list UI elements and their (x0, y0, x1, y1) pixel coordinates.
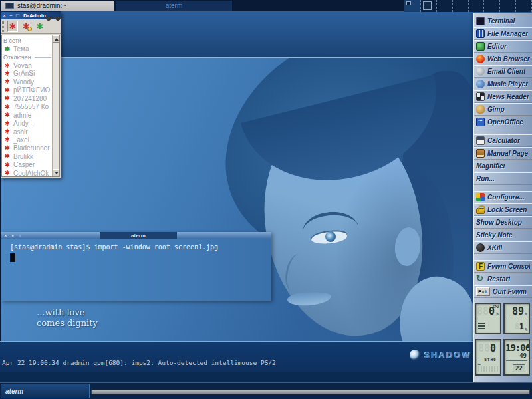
contact-item[interactable]: ashir (3, 128, 51, 136)
tab-label: aterm (166, 2, 183, 9)
desktop-pager[interactable] (404, 0, 532, 12)
contact-item[interactable]: Vovan (3, 61, 51, 69)
pager-cell[interactable] (500, 0, 516, 12)
scroll-down-icon[interactable] (53, 169, 60, 176)
contact-list-body: В сети Тема Отключен Vovan GrAnSi Woody … (1, 35, 60, 177)
close-icon[interactable]: × (3, 233, 8, 239)
contact-item[interactable]: Woody (3, 78, 51, 86)
sidebar-item-terminal[interactable]: Terminal (474, 15, 532, 27)
network-value: 0 (490, 342, 496, 354)
status-offline-icon[interactable] (7, 21, 18, 32)
contact-offline-icon (3, 153, 11, 160)
sidebar-item-openoffice[interactable]: OpenOffice (474, 116, 532, 128)
system-monitors: 888 0 % CPU 89 % 88 1 % 888 0 ETH0 19:06… (475, 303, 531, 376)
terminal-cursor (10, 253, 15, 262)
clock-day: 22 (513, 364, 525, 372)
wallpaper-upper-band (0, 11, 532, 57)
close-icon[interactable]: × (2, 13, 7, 19)
sidebar-item-magnifier[interactable]: Magnifier (474, 160, 532, 172)
scroll-up-icon[interactable] (53, 35, 60, 43)
sidebar-item-xkill[interactable]: XKill (474, 241, 532, 254)
desktop: ...with love comes dignity SHADOW Apr 22… (0, 0, 532, 399)
sidebar-item-file-manager[interactable]: File Manager (474, 27, 532, 40)
contact-item[interactable]: Brulikk (3, 152, 51, 160)
sidebar-item-calculator[interactable]: Calculator (474, 134, 532, 147)
contact-item[interactable]: 207241280 (3, 94, 51, 102)
sidebar-item-editor[interactable]: Editor (474, 40, 532, 53)
maximize-icon[interactable]: ▫ (18, 233, 23, 239)
sidebar-item-restart[interactable]: Restart (474, 273, 532, 285)
terminal-titlebar[interactable]: × ▪ ▫ aterm (1, 232, 271, 239)
status-message-icon[interactable] (21, 21, 31, 32)
contact-item[interactable]: Andy-- (3, 119, 51, 127)
toolbar-grip[interactable] (2, 21, 4, 32)
sidebar-item-quit-fvwm[interactable]: ExitQuit Fvwm (474, 285, 532, 298)
contact-item[interactable]: 7555557 Ко (3, 103, 51, 111)
sidebar-item-show-desktop[interactable]: Show Desktop (474, 216, 532, 229)
sidebar-item-lock-screen[interactable]: Lock Screen (474, 203, 532, 216)
exit-badge: Exit (476, 287, 490, 296)
pager-cell[interactable] (484, 0, 500, 12)
sidebar-item-fvwm-console[interactable]: Fvwm Console (474, 260, 532, 273)
memory-used-value: 89 (512, 305, 524, 317)
bottom-taskbar: aterm (0, 382, 532, 399)
clock-monitor: 19:06 49 22 (503, 339, 530, 376)
tab-aterm[interactable]: aterm (116, 1, 232, 11)
contact-list: В сети Тема Отключен Vovan GrAnSi Woody … (3, 37, 51, 175)
contact-online-icon (3, 46, 11, 53)
contact-item[interactable]: Casper (3, 161, 51, 169)
sidebar-item-web-browser[interactable]: Web Browser (474, 53, 532, 65)
terminal-body[interactable]: [stas@dradmin stas]$ import -window root… (1, 239, 271, 301)
shadow-logo-text: SHADOW (424, 350, 471, 360)
contact-item[interactable]: _axel (3, 136, 51, 144)
contact-list-toolbar (1, 19, 61, 34)
email-icon (476, 67, 485, 76)
configure-icon (476, 193, 485, 201)
manual-page-icon (476, 149, 485, 158)
pager-cell-current[interactable] (405, 0, 421, 12)
sidebar-item-gimp[interactable]: Gimp (474, 103, 532, 116)
contact-item[interactable]: admie (3, 111, 51, 119)
tab-stas-dradmin[interactable]: stas@dradmin:~ (1, 1, 114, 11)
terminal-command-line: [stas@dradmin stas]$ import -window root… (10, 243, 271, 251)
sidebar-item-email-client[interactable]: Email Client (474, 65, 532, 78)
minimize-icon[interactable]: − (9, 13, 13, 19)
contact-item[interactable]: Тема (3, 45, 51, 53)
contact-item[interactable]: рЙТПФЕИО (3, 86, 51, 94)
minimize-icon[interactable]: ▪ (11, 233, 15, 239)
cpu-monitor: 888 0 % CPU (475, 303, 501, 334)
contact-item[interactable]: Bladerunner (3, 144, 51, 152)
sidebar-item-sticky-note[interactable]: Sticky Note (474, 229, 532, 241)
contact-offline-icon (3, 112, 11, 118)
pager-cell[interactable] (469, 0, 485, 12)
contact-item[interactable]: GrAnSi (3, 70, 51, 78)
maximize-icon[interactable]: □ (15, 13, 20, 19)
menu-chevron-icon[interactable] (48, 21, 59, 32)
taskbar-item-aterm[interactable]: aterm (1, 384, 90, 398)
section-online: В сети (3, 37, 51, 45)
clock-seconds: 49 (519, 352, 527, 359)
calculator-icon (476, 136, 485, 145)
sidebar-item-music-player[interactable]: Music Player (474, 78, 532, 90)
pager-cell[interactable] (437, 0, 453, 12)
pager-window-mini[interactable] (406, 1, 411, 5)
sidebar-item-news-reader[interactable]: News Reader (474, 90, 532, 103)
pager-cell[interactable] (453, 0, 469, 12)
caption-line2: comes dignity (37, 318, 98, 329)
sidebar-item-manual-page[interactable]: Manual Page (474, 147, 532, 160)
editor-icon (476, 42, 485, 51)
sidebar-item-run[interactable]: Run... (474, 172, 532, 185)
contact-offline-icon (3, 136, 11, 143)
xkill-icon (476, 243, 485, 252)
gimp-icon (476, 105, 485, 114)
pager-cell[interactable] (516, 0, 532, 12)
shadow-logo-icon (410, 350, 420, 360)
pager-window-mini[interactable] (423, 1, 432, 10)
sidebar-item-configure[interactable]: Configure... (474, 191, 532, 203)
tab-label: stas@dradmin:~ (17, 2, 66, 9)
window-title: DrAdmin (23, 13, 46, 19)
contact-item[interactable]: CoolAtchOk (3, 169, 51, 177)
pager-cell[interactable] (421, 0, 437, 12)
taskbar-tray-strip (91, 390, 530, 394)
contact-list-scrollbar[interactable] (52, 35, 59, 176)
